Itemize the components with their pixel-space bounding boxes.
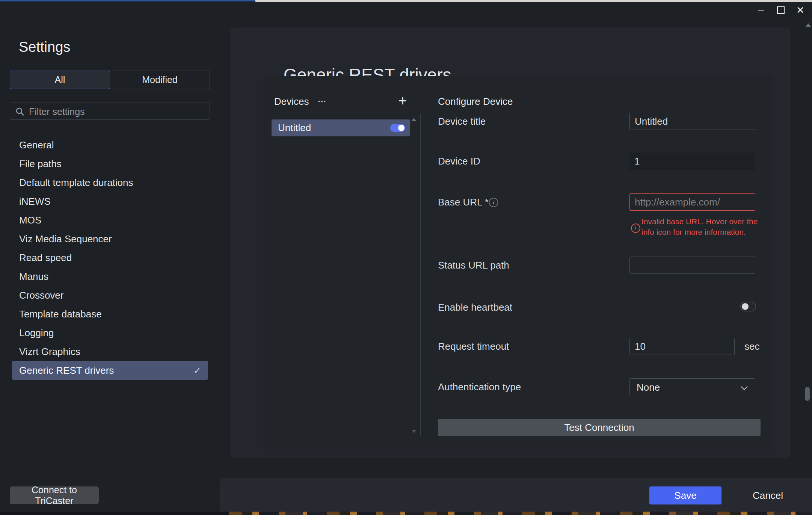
sidebar-item-label: MOS [19, 214, 41, 226]
configure-device-heading: Configure Device [438, 96, 513, 107]
base-url-error-line1: Invalid base URL. Hover over the [641, 217, 765, 227]
check-icon: ✓ [193, 365, 201, 376]
device-title-label: Device title [438, 116, 486, 127]
sidebar-item-label: iNEWS [19, 196, 51, 207]
sidebar-item-label: Crossover [19, 290, 63, 301]
timeout-unit-label: sec [744, 341, 759, 352]
sidebar-item-label: Manus [19, 271, 48, 282]
error-icon: ! [631, 224, 640, 233]
devices-configure-panel: Devices ••• + Untitled Configure Device … [263, 76, 773, 449]
tab-modified[interactable]: Modified [110, 71, 210, 89]
close-button[interactable]: ✕ [792, 3, 809, 17]
device-list-item[interactable]: Untitled [272, 119, 410, 136]
settings-window: ✕ Settings All Modified General File pat… [0, 0, 812, 515]
base-url-input[interactable] [629, 193, 755, 211]
settings-page-title: Settings [19, 39, 70, 55]
dialog-footer: Save Cancel [220, 478, 812, 512]
sidebar-item-generic-rest-drivers[interactable]: Generic REST drivers ✓ [12, 361, 208, 380]
connect-to-tricaster-button[interactable]: Connect to TriCaster [10, 486, 99, 504]
sidebar-item-viz-media-sequencer[interactable]: Viz Media Sequencer [12, 230, 208, 248]
request-timeout-input[interactable] [629, 338, 735, 355]
sidebar-item-vizrt-graphics[interactable]: Vizrt Graphics [12, 342, 208, 361]
device-id-input[interactable] [629, 153, 755, 170]
tab-all[interactable]: All [10, 71, 110, 89]
sidebar-item-label: Viz Media Sequencer [19, 233, 112, 245]
device-id-label: Device ID [438, 156, 480, 167]
sidebar-item-mos[interactable]: MOS [12, 211, 208, 230]
sidebar-item-label: Default template durations [19, 177, 133, 189]
info-icon[interactable]: i [489, 198, 498, 207]
status-url-path-input[interactable] [629, 257, 755, 274]
enable-heartbeat-label: Enable heartbeat [438, 302, 512, 313]
maximize-icon [777, 6, 785, 14]
scrollbar-up-arrow-icon[interactable] [806, 23, 811, 27]
ellipsis-icon: ••• [318, 98, 326, 104]
maximize-button[interactable] [772, 3, 789, 17]
sidebar-item-label: Template database [19, 308, 102, 320]
close-icon: ✕ [796, 5, 804, 15]
authentication-type-label: Authentication type [438, 381, 521, 393]
search-input[interactable] [28, 103, 208, 120]
filter-settings-search [10, 103, 210, 120]
background-taskbar-strip-left [0, 512, 229, 515]
search-icon [15, 107, 25, 116]
sidebar-item-general[interactable]: General [12, 136, 208, 154]
base-url-error-line2: info icon for more information. [641, 227, 765, 237]
toggle-knob [398, 125, 404, 131]
enable-heartbeat-toggle[interactable] [740, 302, 756, 311]
plus-icon: + [398, 92, 407, 109]
sidebar-item-label: File paths [19, 158, 62, 170]
sidebar-item-template-database[interactable]: Template database [12, 305, 208, 323]
sidebar-item-label: Generic REST drivers [19, 365, 114, 376]
sidebar-item-default-template-durations[interactable]: Default template durations [12, 173, 208, 192]
save-button[interactable]: Save [649, 486, 721, 504]
device-title-input[interactable] [629, 113, 755, 130]
cancel-button[interactable]: Cancel [744, 486, 791, 504]
background-window-edge-left [0, 0, 255, 2]
devices-header: Devices [274, 96, 309, 107]
sidebar-item-manus[interactable]: Manus [12, 267, 208, 286]
add-device-button[interactable]: + [394, 92, 411, 109]
settings-filter-tabs: All Modified [10, 71, 210, 89]
test-connection-button[interactable]: Test Connection [438, 419, 761, 436]
sidebar-item-logging[interactable]: Logging [12, 323, 208, 342]
sidebar-item-crossover[interactable]: Crossover [12, 286, 208, 305]
background-window-edge-right [255, 0, 812, 2]
sidebar-item-label: Logging [19, 327, 54, 339]
authentication-type-select[interactable]: None [629, 378, 755, 396]
minimize-button[interactable] [752, 3, 770, 17]
device-name: Untitled [278, 122, 311, 134]
generic-rest-drivers-panel: Generic REST drivers Devices ••• + Untit… [230, 27, 790, 458]
device-list-scroll-down-icon[interactable] [412, 430, 416, 433]
sidebar-item-label: General [19, 139, 54, 151]
settings-nav: General File paths Default template dura… [12, 136, 208, 380]
background-desktop-strip [229, 512, 812, 515]
base-url-label: Base URL * [438, 196, 489, 208]
selected-option: None [637, 382, 660, 393]
sidebar-item-label: Read speed [19, 252, 72, 264]
toggle-knob [742, 303, 749, 310]
status-url-path-label: Status URL path [438, 260, 509, 271]
request-timeout-label: Request timeout [438, 341, 509, 352]
panel-divider [420, 114, 421, 436]
devices-menu-button[interactable]: ••• [314, 95, 331, 107]
sidebar-item-file-paths[interactable]: File paths [12, 154, 208, 173]
scrollbar-thumb[interactable] [805, 387, 810, 401]
sidebar-item-read-speed[interactable]: Read speed [12, 248, 208, 267]
sidebar-item-label: Vizrt Graphics [19, 346, 80, 358]
device-list-scroll-up-icon[interactable] [412, 118, 416, 121]
minimize-icon [758, 10, 764, 11]
device-enabled-toggle[interactable] [390, 124, 405, 132]
sidebar-item-inews[interactable]: iNEWS [12, 192, 208, 211]
chevron-down-icon [741, 383, 747, 390]
